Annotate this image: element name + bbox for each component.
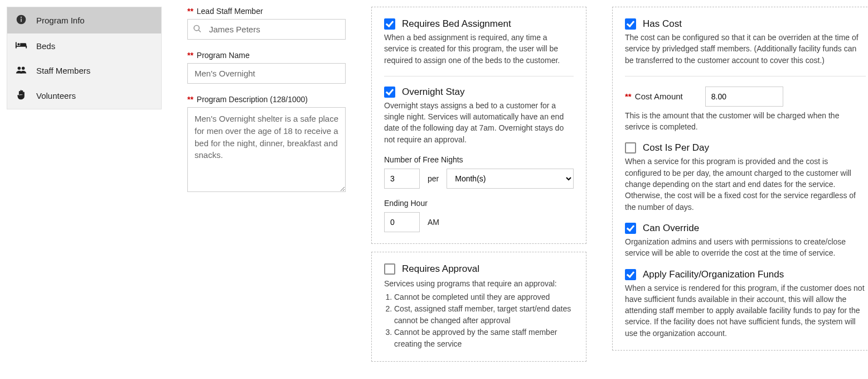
info-icon bbox=[15, 14, 27, 27]
svg-rect-6 bbox=[26, 46, 27, 49]
sidebar: Program Info Beds Staff Members Voluntee… bbox=[7, 7, 162, 109]
cost-per-day-desc: When a service for this program is provi… bbox=[625, 156, 866, 212]
svg-point-4 bbox=[17, 43, 20, 45]
apply-funds-checkbox[interactable] bbox=[625, 269, 636, 280]
approval-intro: Services using programs that require an … bbox=[384, 278, 574, 289]
overnight-desc: Overnight stays assigns a bed to a custo… bbox=[384, 100, 574, 145]
approval-panel: Requires Approval Services using program… bbox=[371, 252, 586, 362]
ending-hour-label: Ending Hour bbox=[384, 199, 574, 208]
cost-panel: Has Cost The cost can be configured so t… bbox=[612, 7, 868, 351]
can-override-checkbox[interactable] bbox=[625, 223, 636, 234]
right-column: Has Cost The cost can be configured so t… bbox=[612, 7, 868, 358]
cost-amount-label: ** Cost Amount bbox=[625, 92, 683, 101]
sidebar-item-label: Program Info bbox=[36, 16, 85, 25]
approval-rules-list: Cannot be completed until they are appro… bbox=[394, 291, 574, 350]
can-override-desc: Organization admins and users with permi… bbox=[625, 236, 866, 259]
has-cost-checkbox[interactable] bbox=[625, 18, 636, 30]
svg-rect-3 bbox=[16, 42, 17, 49]
requires-approval-title: Requires Approval bbox=[402, 263, 479, 275]
program-name-label: ** Program Name bbox=[187, 51, 346, 60]
apply-funds-desc: When a service is rendered for this prog… bbox=[625, 282, 866, 339]
users-icon bbox=[15, 65, 27, 76]
requires-bed-checkbox[interactable] bbox=[384, 18, 395, 30]
svg-point-2 bbox=[21, 17, 22, 18]
cost-per-day-title: Cost Is Per Day bbox=[643, 142, 709, 153]
program-desc-label: ** Program Description (128/1000) bbox=[187, 95, 346, 104]
approval-rule: Cannot be completed until they are appro… bbox=[394, 291, 574, 303]
requires-bed-desc: When a bed assignment is required, any t… bbox=[384, 32, 574, 66]
cost-per-day-checkbox[interactable] bbox=[625, 142, 636, 153]
free-nights-input[interactable] bbox=[384, 169, 420, 189]
svg-line-10 bbox=[198, 30, 201, 32]
approval-rule: Cannot be approved by the same staff mem… bbox=[394, 327, 574, 350]
sidebar-item-volunteers[interactable]: Volunteers bbox=[7, 83, 161, 109]
sidebar-item-label: Beds bbox=[36, 41, 55, 51]
ending-hour-input[interactable] bbox=[384, 212, 420, 232]
lead-staff-input[interactable] bbox=[187, 19, 346, 40]
ampm-label: AM bbox=[428, 218, 439, 227]
middle-column: Requires Bed Assignment When a bed assig… bbox=[371, 7, 586, 370]
svg-point-8 bbox=[22, 67, 25, 70]
approval-rule: Cost, assigned staff member, target star… bbox=[394, 303, 574, 327]
per-label: per bbox=[428, 174, 439, 183]
can-override-title: Can Override bbox=[643, 223, 699, 234]
sidebar-item-label: Staff Members bbox=[36, 66, 90, 75]
sidebar-item-beds[interactable]: Beds bbox=[7, 33, 161, 59]
sidebar-item-program-info[interactable]: Program Info bbox=[7, 7, 161, 33]
search-icon bbox=[193, 24, 202, 35]
requires-bed-title: Requires Bed Assignment bbox=[402, 18, 511, 30]
lead-staff-label: ** Lead Staff Member bbox=[187, 7, 346, 16]
overnight-title: Overnight Stay bbox=[402, 87, 464, 98]
sidebar-item-staff-members[interactable]: Staff Members bbox=[7, 59, 161, 83]
period-select[interactable]: Month(s) bbox=[447, 169, 574, 189]
hand-icon bbox=[15, 89, 27, 102]
svg-point-7 bbox=[18, 67, 21, 70]
svg-point-9 bbox=[194, 25, 199, 30]
svg-rect-1 bbox=[21, 18, 22, 22]
has-cost-title: Has Cost bbox=[643, 18, 682, 30]
bed-icon bbox=[15, 40, 27, 52]
free-nights-label: Number of Free Nights bbox=[384, 155, 574, 164]
form-column: ** Lead Staff Member ** Program Name ** … bbox=[187, 7, 346, 205]
bed-panel: Requires Bed Assignment When a bed assig… bbox=[371, 7, 586, 244]
program-name-input[interactable] bbox=[187, 63, 346, 84]
svg-rect-5 bbox=[16, 46, 27, 47]
sidebar-item-label: Volunteers bbox=[36, 91, 76, 100]
requires-approval-checkbox[interactable] bbox=[384, 263, 395, 275]
cost-amount-desc: This is the amount that the customer wil… bbox=[625, 110, 866, 133]
apply-funds-title: Apply Facility/Organization Funds bbox=[643, 269, 784, 280]
overnight-checkbox[interactable] bbox=[384, 87, 395, 98]
has-cost-desc: The cost can be configured so that it ca… bbox=[625, 32, 866, 66]
cost-amount-input[interactable] bbox=[705, 87, 783, 107]
program-desc-input[interactable]: Men's Overnight shelter is a safe place … bbox=[187, 107, 346, 192]
